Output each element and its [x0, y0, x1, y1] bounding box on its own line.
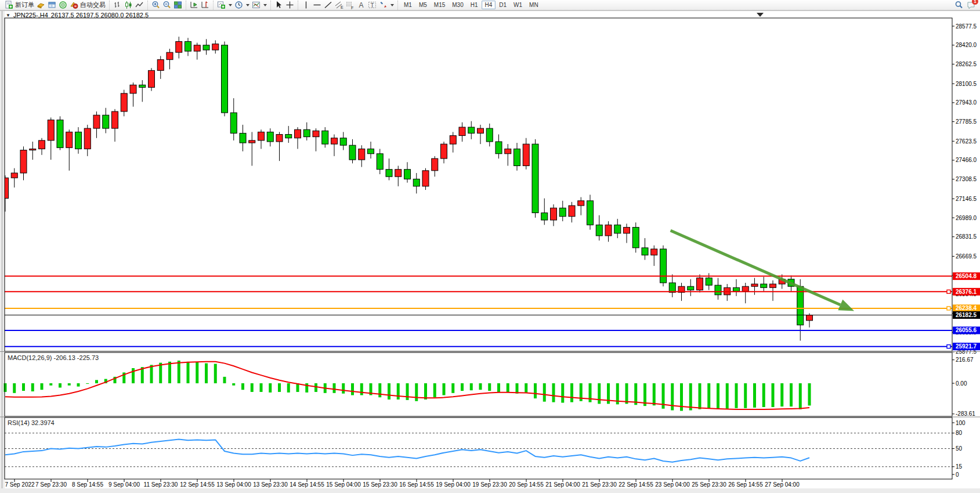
svg-text:28577.5: 28577.5: [956, 23, 977, 30]
svg-text:27 Sep 04:00: 27 Sep 04:00: [765, 481, 800, 488]
signal-radar-icon: [59, 1, 67, 9]
candlestick-chart-button[interactable]: [123, 1, 134, 10]
add-indicator-icon: [217, 1, 226, 9]
zoom-in-button[interactable]: [150, 1, 161, 10]
svg-text:8 Sep 14:55: 8 Sep 14:55: [72, 481, 103, 488]
text-button[interactable]: A: [356, 1, 367, 10]
svg-text:216.67: 216.67: [956, 357, 974, 363]
new-order-button[interactable]: 新订单: [3, 1, 35, 10]
fibonacci-icon: F: [346, 1, 355, 9]
svg-text:7 Sep 23:30: 7 Sep 23:30: [35, 481, 67, 488]
toolbar-group-objects: E F A T: [298, 1, 397, 10]
tile-windows-button[interactable]: [172, 1, 183, 10]
crosshair-icon: [285, 1, 294, 9]
indicators-dropdown-arrow[interactable]: [229, 4, 232, 6]
chart-shift-icon: [201, 1, 209, 9]
line-anchor-handle[interactable]: [947, 307, 950, 310]
macd-values: -206.13 -225.73: [53, 354, 99, 361]
horizontal-line-icon: [313, 1, 321, 9]
text-label-button[interactable]: T: [367, 1, 378, 10]
indicators-button[interactable]: [216, 1, 233, 10]
template-icon: [252, 1, 261, 9]
line-anchor-handle[interactable]: [947, 345, 950, 348]
crosshair-button[interactable]: [284, 1, 295, 10]
trendline-button[interactable]: [323, 1, 334, 10]
svg-text:26238.4: 26238.4: [956, 305, 977, 311]
templates-dropdown-arrow[interactable]: [263, 4, 267, 6]
chart-ohlc-values: 26137.5 26197.5 26080.0 26182.5: [51, 12, 149, 19]
clock-icon: [234, 1, 243, 9]
svg-text:E: E: [341, 5, 343, 9]
auto-scroll-button[interactable]: [189, 1, 200, 10]
svg-text:50: 50: [956, 445, 963, 452]
timeframe-button-mn[interactable]: MN: [526, 1, 542, 9]
arrows-dropdown-arrow[interactable]: [390, 4, 394, 6]
svg-text:26669.5: 26669.5: [956, 253, 977, 260]
svg-text:13 Sep 04:00: 13 Sep 04:00: [216, 481, 251, 488]
toolbar-group-zoom: [147, 1, 186, 10]
collapse-chart-icon[interactable]: ▼: [6, 13, 10, 18]
line-anchor-handle[interactable]: [947, 290, 950, 293]
chart-shift-marker-icon[interactable]: [757, 13, 764, 17]
svg-text:26831.5: 26831.5: [956, 233, 977, 240]
bar-chart-button[interactable]: [112, 1, 123, 10]
main-toolbar: 新订单 自动交易: [0, 0, 980, 10]
svg-text:27146.5: 27146.5: [956, 196, 977, 202]
svg-text:19 Sep 23:30: 19 Sep 23:30: [472, 481, 507, 488]
svg-text:7 Sep 2022: 7 Sep 2022: [5, 481, 35, 488]
chart-shift-button[interactable]: [200, 1, 211, 10]
gold-box-icon: [37, 1, 45, 9]
signals-button[interactable]: [57, 1, 68, 10]
fibonacci-button[interactable]: F: [345, 1, 356, 10]
svg-text:27623.5: 27623.5: [956, 138, 977, 145]
cursor-button[interactable]: [273, 1, 284, 10]
chart-symbol-period: JPN225-,H4: [13, 12, 48, 19]
arrows-button[interactable]: [378, 1, 395, 10]
tile-windows-icon: [173, 1, 182, 9]
new-order-icon: [5, 1, 13, 9]
svg-text:9 Sep 04:00: 9 Sep 04:00: [109, 481, 140, 488]
text-a-icon: A: [357, 1, 366, 9]
svg-text:26504.8: 26504.8: [956, 273, 977, 279]
svg-text:25921.7: 25921.7: [956, 343, 977, 350]
timeframe-button-w1[interactable]: W1: [510, 1, 526, 9]
timeframe-button-h4[interactable]: H4: [482, 1, 496, 9]
toolbar-group-timeframes: M1M5M15M30H1H4D1W1MN: [397, 1, 544, 10]
svg-text:26 Sep 14:55: 26 Sep 14:55: [728, 481, 763, 488]
vertical-line-button[interactable]: [301, 1, 312, 10]
timeframe-button-m15[interactable]: M15: [431, 1, 449, 9]
history-center-button[interactable]: [35, 1, 46, 10]
zoom-out-button[interactable]: [161, 1, 172, 10]
templates-button[interactable]: [251, 1, 268, 10]
chart-canvas[interactable]: 28577.528420.028262.528100.527943.027785…: [0, 0, 980, 493]
svg-text:19 Sep 04:00: 19 Sep 04:00: [436, 481, 471, 488]
autotrade-button[interactable]: 自动交易: [68, 1, 107, 10]
periods-dropdown-arrow[interactable]: [246, 4, 249, 6]
svg-text:100: 100: [956, 420, 965, 426]
timeframe-button-m1[interactable]: M1: [400, 1, 415, 9]
rsi-name: RSI(14): [8, 419, 30, 426]
horizontal-line-button[interactable]: [312, 1, 323, 10]
toolbar-group-trade: 新订单 自动交易: [1, 1, 109, 10]
svg-text:21 Sep 23:30: 21 Sep 23:30: [582, 481, 617, 488]
channel-button[interactable]: E: [334, 1, 345, 10]
periods-button[interactable]: [233, 1, 251, 10]
toolbar-group-chart-type: [109, 1, 147, 10]
search-icon[interactable]: [954, 1, 963, 9]
ohlc-bars-icon: [113, 1, 122, 9]
equidistant-channel-icon: E: [335, 1, 343, 9]
svg-text:A: A: [359, 1, 364, 9]
svg-text:0: 0: [956, 472, 959, 478]
timeframe-button-h1[interactable]: H1: [467, 1, 482, 9]
mt4-terminal: { "app": {"window_bg": "#ececec", "chart…: [0, 0, 980, 493]
notifications-icon[interactable]: 1: [967, 1, 975, 9]
timeframe-button-d1[interactable]: D1: [496, 1, 510, 9]
timeframe-button-m30[interactable]: M30: [449, 1, 467, 9]
market-watch-button[interactable]: [46, 1, 57, 10]
autotrade-icon: [70, 1, 78, 9]
line-chart-button[interactable]: [134, 1, 145, 10]
svg-text:12 Sep 14:55: 12 Sep 14:55: [180, 481, 215, 488]
svg-text:16 Sep 14:55: 16 Sep 14:55: [399, 481, 434, 488]
timeframe-button-m5[interactable]: M5: [415, 1, 431, 9]
line-chart-icon: [135, 1, 144, 9]
